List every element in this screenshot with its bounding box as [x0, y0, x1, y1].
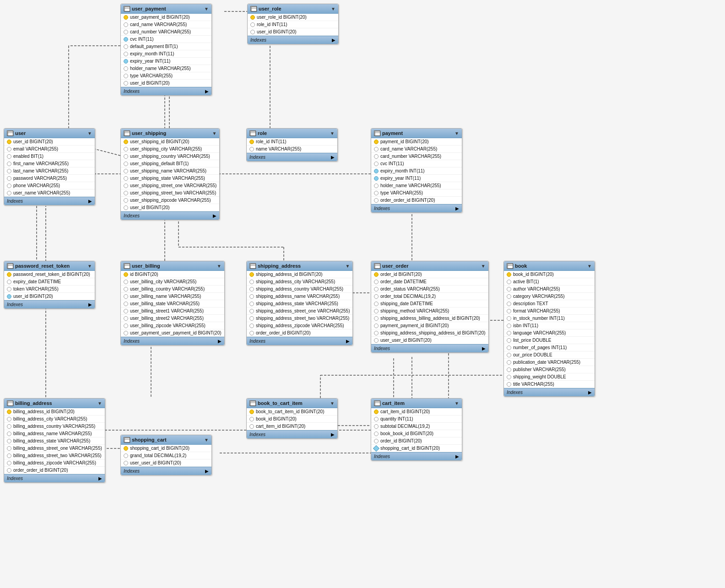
table-collapse-arrow-user_shipping[interactable]: ▼	[212, 131, 216, 136]
table-role: role▼role_id INT(11)name VARCHAR(255)Ind…	[246, 128, 338, 162]
table-header-payment[interactable]: payment▼	[371, 129, 462, 138]
indexes-arrow-user_order[interactable]: ▶	[482, 346, 486, 351]
svg-rect-54	[8, 401, 13, 406]
table-header-shopping_cart[interactable]: shopping_cart▼	[121, 435, 211, 445]
col-icon-unique	[124, 176, 128, 181]
table-footer-role[interactable]: Indexes▶	[247, 153, 337, 161]
col-icon-unique	[7, 453, 11, 458]
col-icon-unique	[124, 162, 128, 166]
table-collapse-arrow-role[interactable]: ▼	[330, 131, 335, 136]
table-footer-user_billing[interactable]: Indexes▶	[121, 337, 224, 345]
table-header-user[interactable]: user▼	[4, 129, 95, 138]
table-footer-book[interactable]: Indexes▶	[504, 388, 595, 396]
table-collapse-arrow-book[interactable]: ▼	[587, 264, 592, 269]
indexes-label-billing_address: Indexes	[7, 476, 23, 481]
col-icon-unique	[374, 316, 379, 321]
indexes-arrow-user_billing[interactable]: ▶	[218, 339, 222, 344]
table-header-user_order[interactable]: user_order▼	[371, 261, 488, 271]
table-collapse-arrow-user[interactable]: ▼	[87, 131, 92, 136]
table-name-user_order: user_order	[382, 263, 408, 269]
indexes-arrow-user[interactable]: ▶	[88, 199, 92, 204]
indexes-arrow-user_payment[interactable]: ▶	[205, 89, 209, 94]
col-text-shipping_address-8: order_order_id BIGINT(20)	[256, 330, 311, 335]
indexes-label-user: Indexes	[7, 199, 23, 204]
table-footer-shipping_address[interactable]: Indexes▶	[247, 337, 352, 345]
table-header-role[interactable]: role▼	[247, 129, 337, 138]
table-footer-billing_address[interactable]: Indexes▶	[4, 474, 105, 482]
table-header-cart_item[interactable]: cart_item▼	[371, 399, 462, 408]
table-row-payment-5: expiry_year INT(11)	[371, 175, 462, 182]
table-header-user_payment[interactable]: user_payment▼	[121, 4, 211, 14]
table-collapse-arrow-shopping_cart[interactable]: ▼	[204, 437, 209, 442]
indexes-arrow-user_shipping[interactable]: ▶	[213, 213, 216, 218]
col-icon-unique	[249, 147, 254, 151]
table-row-password_reset_token-2: token VARCHAR(255)	[4, 286, 95, 293]
table-row-book-2: author VARCHAR(255)	[504, 286, 595, 293]
table-collapse-arrow-user_order[interactable]: ▼	[481, 264, 486, 269]
table-header-shipping_address[interactable]: shipping_address▼	[247, 261, 352, 271]
table-footer-user_role[interactable]: Indexes▶	[248, 36, 338, 44]
table-header-book[interactable]: book▼	[504, 261, 595, 271]
table-collapse-arrow-user_role[interactable]: ▼	[331, 6, 335, 11]
col-icon-unique	[7, 424, 11, 429]
indexes-arrow-shipping_address[interactable]: ▶	[346, 339, 350, 344]
table-footer-payment[interactable]: Indexes▶	[371, 204, 462, 212]
table-collapse-arrow-password_reset_token[interactable]: ▼	[87, 264, 92, 269]
indexes-arrow-shopping_cart[interactable]: ▶	[205, 469, 209, 474]
indexes-arrow-user_role[interactable]: ▶	[332, 38, 335, 43]
table-header-user_role[interactable]: user_role▼	[248, 4, 338, 14]
table-header-billing_address[interactable]: billing_address▼	[4, 399, 105, 408]
table-footer-shopping_cart[interactable]: Indexes▶	[121, 467, 211, 475]
indexes-arrow-payment[interactable]: ▶	[455, 206, 459, 211]
table-db-icon-user_shipping	[124, 130, 130, 136]
table-collapse-arrow-book_to_cart_item[interactable]: ▼	[330, 401, 335, 406]
table-row-billing_address-4: billing_address_state VARCHAR(255)	[4, 437, 105, 445]
table-password_reset_token: password_reset_token▼password_reset_toke…	[4, 261, 95, 309]
table-collapse-arrow-user_billing[interactable]: ▼	[217, 264, 222, 269]
col-text-user_payment-5: expiry_month INT(11)	[130, 51, 174, 56]
table-row-book-1: active BIT(1)	[504, 278, 595, 286]
col-icon-pk	[7, 140, 11, 144]
table-footer-user_shipping[interactable]: Indexes▶	[121, 211, 219, 220]
table-collapse-arrow-payment[interactable]: ▼	[454, 131, 459, 136]
table-db-icon-role	[249, 130, 256, 136]
table-header-user_shipping[interactable]: user_shipping▼	[121, 129, 219, 138]
col-text-user_shipping-9: user_id BIGINT(20)	[130, 205, 170, 210]
col-text-shopping_cart-0: shopping_cart_id BIGINT(20)	[130, 446, 189, 451]
col-icon-unique	[249, 309, 254, 313]
indexes-arrow-role[interactable]: ▶	[331, 155, 335, 160]
table-row-user_shipping-4: user_shipping_name VARCHAR(255)	[121, 167, 219, 175]
indexes-arrow-password_reset_token[interactable]: ▶	[88, 302, 92, 307]
table-name-shopping_cart: shopping_cart	[132, 437, 167, 442]
table-row-user-2: enabled BIT(1)	[4, 153, 95, 160]
table-footer-user[interactable]: Indexes▶	[4, 197, 95, 205]
indexes-arrow-cart_item[interactable]: ▶	[455, 454, 459, 459]
table-name-user_shipping: user_shipping	[132, 130, 166, 136]
col-text-book-0: book_id BIGINT(20)	[513, 272, 554, 277]
col-text-user_billing-5: user_billing_street1 VARCHAR(255)	[130, 308, 204, 313]
table-collapse-arrow-shipping_address[interactable]: ▼	[346, 264, 350, 269]
table-header-password_reset_token[interactable]: password_reset_token▼	[4, 261, 95, 271]
col-text-user_shipping-6: user_shipping_street_one VARCHAR(255)	[130, 183, 216, 188]
indexes-arrow-book[interactable]: ▶	[588, 390, 592, 395]
table-footer-book_to_cart_item[interactable]: Indexes▶	[247, 430, 337, 438]
table-footer-user_order[interactable]: Indexes▶	[371, 344, 488, 352]
col-text-password_reset_token-1: expiry_date DATETIME	[13, 279, 61, 284]
table-row-payment-3: cvc INT(11)	[371, 160, 462, 167]
col-text-user_order-3: order_total DECIMAL(19,2)	[380, 294, 436, 299]
table-footer-user_payment[interactable]: Indexes▶	[121, 87, 211, 95]
col-icon-unique	[124, 147, 128, 151]
col-text-cart_item-1: quantity INT(11)	[380, 416, 413, 421]
table-collapse-arrow-user_payment[interactable]: ▼	[204, 6, 209, 11]
col-text-book-5: format VARCHAR(255)	[513, 308, 560, 313]
col-text-billing_address-4: billing_address_state VARCHAR(255)	[13, 438, 90, 443]
table-header-user_billing[interactable]: user_billing▼	[121, 261, 224, 271]
indexes-arrow-billing_address[interactable]: ▶	[98, 476, 102, 481]
table-collapse-arrow-cart_item[interactable]: ▼	[454, 401, 459, 406]
table-header-book_to_cart_item[interactable]: book_to_cart_item▼	[247, 399, 337, 408]
table-footer-password_reset_token[interactable]: Indexes▶	[4, 300, 95, 308]
svg-rect-34	[251, 7, 257, 11]
table-collapse-arrow-billing_address[interactable]: ▼	[97, 401, 102, 406]
indexes-arrow-book_to_cart_item[interactable]: ▶	[331, 432, 335, 437]
table-footer-cart_item[interactable]: Indexes▶	[371, 452, 462, 460]
